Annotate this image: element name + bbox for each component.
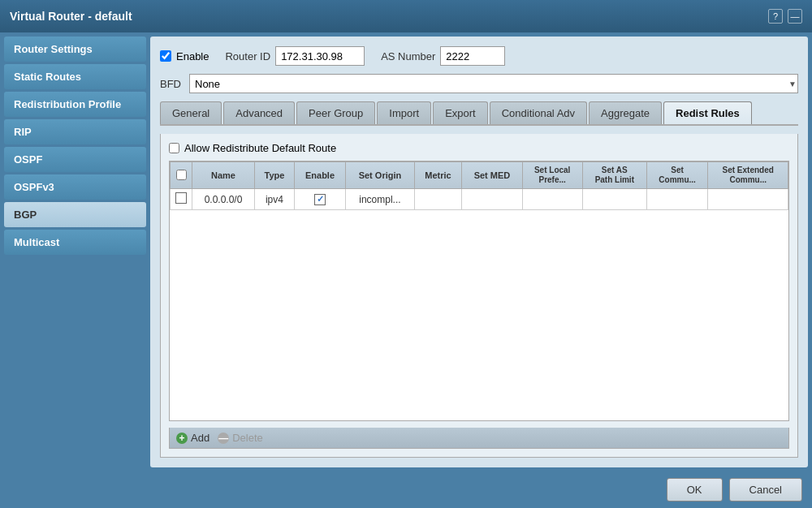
bfd-label: BFD [160,78,181,90]
add-button[interactable]: + Add [176,432,209,444]
bfd-select[interactable]: None [189,74,798,93]
table-container: Name Type Enable Set Origin Metric Set M… [169,161,789,421]
row-enable [294,189,345,210]
row-set-origin: incompl... [346,189,415,210]
sidebar-item-static-routes[interactable]: Static Routes [4,64,146,89]
bottom-bar: OK Cancel [0,471,812,508]
col-header-name: Name [192,162,255,189]
col-header-checkbox [171,162,192,189]
minimize-icon[interactable]: — [788,9,802,24]
row-name: 0.0.0.0/0 [192,189,255,210]
sidebar-item-redistribution-profile[interactable]: Redistribution Profile [4,92,146,117]
row-checkbox[interactable] [175,192,187,204]
as-number-label: AS Number [381,50,435,62]
row-type: ipv4 [255,189,295,210]
sidebar: Router Settings Static Routes Redistribu… [0,32,150,471]
row-enable-checkbox[interactable] [314,194,326,205]
main-content: Router Settings Static Routes Redistribu… [0,32,812,471]
tab-conditional-adv[interactable]: Conditional Adv [490,101,587,124]
sidebar-item-ospf[interactable]: OSPF [4,147,146,172]
tab-redist-rules[interactable]: Redist Rules [663,101,752,124]
row-set-med [462,189,522,210]
sidebar-item-ospfv3[interactable]: OSPFv3 [4,174,146,200]
sidebar-item-rip[interactable]: RIP [4,119,146,144]
col-header-enable: Enable [294,162,345,189]
top-controls: Enable Router ID AS Number [160,46,798,66]
router-id-input[interactable] [275,46,365,66]
tab-export[interactable]: Export [433,101,488,124]
enable-checkbox-group: Enable [160,50,209,62]
window: Virtual Router - default ? — Router Sett… [0,0,812,508]
tab-content: Allow Redistribute Default Route Name Ty… [160,134,798,458]
delete-icon: — [218,433,229,444]
enable-label: Enable [176,50,209,62]
tab-advanced[interactable]: Advanced [223,101,295,124]
delete-label: Delete [232,432,263,444]
title-bar-icons: ? — [768,9,802,24]
col-header-set-extended-commu: Set ExtendedCommu... [708,162,788,189]
sidebar-item-bgp[interactable]: BGP [4,202,146,227]
row-set-local-pref [522,189,582,210]
bfd-select-wrapper: None ▼ [189,74,798,93]
bfd-row: BFD None ▼ [160,74,798,93]
tabs-row: General Advanced Peer Group Import Expor… [160,101,798,126]
right-panel: Enable Router ID AS Number BFD None [150,37,808,467]
enable-checkbox[interactable] [160,50,171,62]
allow-redistribute-label: Allow Redistribute Default Route [184,142,336,154]
tab-peer-group[interactable]: Peer Group [296,101,375,124]
table-toolbar: + Add — Delete [169,428,789,449]
select-all-checkbox[interactable] [176,170,187,180]
sidebar-item-router-settings[interactable]: Router Settings [4,37,146,62]
col-header-metric: Metric [414,162,462,189]
col-header-set-commu: SetCommu... [646,162,708,189]
as-number-input[interactable] [440,46,505,66]
row-set-commu [646,189,708,210]
cancel-button[interactable]: Cancel [729,478,802,502]
row-checkbox-cell [171,189,192,210]
window-title: Virtual Router - default [10,10,132,23]
allow-redistribute-checkbox[interactable] [169,143,179,153]
delete-button[interactable]: — Delete [218,432,263,444]
router-id-group: Router ID [225,46,365,66]
col-header-type: Type [255,162,295,189]
tab-general[interactable]: General [160,101,222,124]
col-header-set-origin: Set Origin [346,162,415,189]
add-icon: + [176,433,188,444]
add-label: Add [191,432,209,444]
help-icon[interactable]: ? [768,9,783,24]
table-row[interactable]: 0.0.0.0/0 ipv4 incompl... [171,189,788,210]
tab-aggregate[interactable]: Aggregate [589,101,662,124]
redist-rules-table: Name Type Enable Set Origin Metric Set M… [170,161,788,210]
row-set-as-path [582,189,646,210]
col-header-set-local-pref: Set LocalPrefe... [522,162,582,189]
col-header-set-as-path: Set ASPath Limit [582,162,646,189]
table-header-row: Name Type Enable Set Origin Metric Set M… [171,162,788,189]
router-id-label: Router ID [225,50,270,62]
row-set-extended-commu [708,189,788,210]
allow-redistribute-row: Allow Redistribute Default Route [169,142,789,154]
row-metric [414,189,462,210]
sidebar-item-multicast[interactable]: Multicast [4,230,146,255]
col-header-set-med: Set MED [462,162,522,189]
as-number-group: AS Number [381,46,505,66]
ok-button[interactable]: OK [667,478,723,502]
tab-import[interactable]: Import [377,101,431,124]
title-bar: Virtual Router - default ? — [0,0,812,32]
